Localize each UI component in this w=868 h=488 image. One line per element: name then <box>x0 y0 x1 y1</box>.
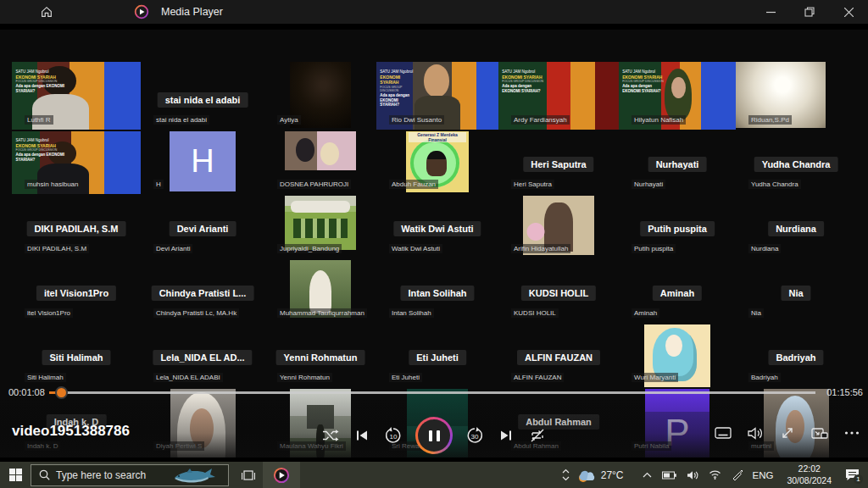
svg-text:10: 10 <box>390 433 398 441</box>
seek-track[interactable] <box>49 391 815 394</box>
utility-controls <box>714 424 861 442</box>
participant-big-name: Aminah <box>653 286 702 301</box>
taskbar-media-player-button[interactable] <box>263 462 300 488</box>
participant-label: Siti Halimah <box>25 373 66 382</box>
participant-label: DOSNEA PAHRUROJI <box>277 180 351 189</box>
scroll-up-icon <box>562 469 570 474</box>
mini-player-button[interactable] <box>810 424 829 442</box>
minimize-button[interactable] <box>751 0 790 24</box>
participant-label: ALFIN FAUZAN <box>511 373 564 382</box>
scroll-down-icon <box>562 476 570 481</box>
notification-button[interactable]: 1 <box>845 469 860 481</box>
previous-icon <box>354 428 370 443</box>
participant-tile: SATU JAM NgobrolEKONOMI SYARIAHFOCUS GRO… <box>376 62 498 130</box>
participant-label: Rio Dwi Susanto <box>389 115 444 125</box>
participant-big-name: itel Vision1Pro <box>36 286 116 301</box>
participant-tile: DIKI PADILAH, S.MDIKI PADILAH, S.M <box>12 196 141 258</box>
participant-big-name: ALFIN FAUZAN <box>517 350 600 365</box>
pen-icon[interactable] <box>732 469 743 480</box>
participant-tile: AminahAminah <box>619 260 736 323</box>
participant-tile: itel Vision1Proitel Vision1Pro <box>12 260 141 323</box>
participant-label: Nurdiana <box>748 244 781 253</box>
forward-30-button[interactable]: 30 <box>465 426 484 445</box>
more-options-button[interactable] <box>843 424 861 442</box>
participant-label: Devi Arianti <box>153 244 192 253</box>
hidden-icons-chevron-icon[interactable] <box>643 472 652 478</box>
taskbar-scroll-arrows[interactable] <box>557 469 576 481</box>
task-view-button[interactable] <box>234 462 263 488</box>
participant-label: Lela_NIDA EL ADABI <box>153 373 223 382</box>
date-label: 30/08/2024 <box>787 475 832 486</box>
banner-text: SATU JAM NgobrolEKONOMI SYARIAHFOCUS GRO… <box>380 69 414 108</box>
participant-big-name: Chindya Pratisti L... <box>152 286 254 301</box>
participant-tile: stai nida el adabistai nida el adabi <box>141 62 264 130</box>
restore-icon <box>804 7 815 17</box>
participant-label: DIKI PADILAH, S.M <box>25 244 89 253</box>
participant-label: Aminah <box>632 308 659 318</box>
participant-big-name: Nurdiana <box>768 221 824 236</box>
more-options-icon <box>844 430 860 435</box>
search-box[interactable]: Type here to search <box>31 464 229 486</box>
participant-tile: NiaNia <box>736 260 856 323</box>
temperature-label: 27°C <box>601 469 624 481</box>
pause-button[interactable] <box>415 417 453 454</box>
participant-label: Abduh Fauzan <box>389 180 438 189</box>
taskbar: Type here to search <box>0 462 868 488</box>
banner-text: SATU JAM NgobrolEKONOMI SYARIAHFOCUS GRO… <box>502 69 550 94</box>
participant-label: Badriyah <box>748 373 781 382</box>
repeat-off-button[interactable] <box>528 426 547 445</box>
participant-label: Hilyatun Nafisah <box>632 115 686 125</box>
participant-tile: SATU JAM NgobrolEKONOMI SYARIAHFOCUS GRO… <box>12 62 141 130</box>
close-button[interactable] <box>829 0 868 24</box>
banner-text: SATU JAM NgobrolEKONOMI SYARIAHFOCUS GRO… <box>622 69 669 94</box>
clock[interactable]: 22:02 30/08/2024 <box>787 463 832 485</box>
participant-tile: Watik Dwi AstutiWatik Dwi Astuti <box>376 196 498 258</box>
participant-tile: Arifin Hidayatullah <box>498 196 619 258</box>
captions-button[interactable] <box>714 424 732 442</box>
participant-tile: SATU JAM NgobrolEKONOMI SYARIAHFOCUS GRO… <box>12 131 141 194</box>
previous-button[interactable] <box>353 426 371 445</box>
participant-label: Aytiya <box>277 115 301 125</box>
battery-icon[interactable] <box>662 471 676 480</box>
participant-video: H <box>170 131 236 191</box>
windows-logo-icon <box>9 469 22 481</box>
participant-label: Chindya Pratisti Lc, MA.Hk <box>153 308 239 318</box>
close-icon <box>844 8 854 17</box>
language-indicator[interactable]: ENG <box>753 470 774 480</box>
participant-tile: KUDSI HOLILKUDSI HOLIL <box>498 260 619 323</box>
fullscreen-button[interactable] <box>778 424 797 442</box>
participant-tile: Jupriyaldi_Bandung <box>264 196 376 258</box>
home-button[interactable] <box>34 0 59 24</box>
minimize-icon <box>766 8 776 17</box>
weather-widget[interactable]: 27°C <box>576 467 624 484</box>
avatar-letter: H <box>170 131 236 191</box>
volume-button[interactable] <box>746 424 765 442</box>
profile-frame-text: Generasi Z Merdeka Finansial <box>409 132 466 142</box>
participant-label: Luthfi R <box>25 115 53 125</box>
restore-button[interactable] <box>790 0 829 24</box>
rewind-10-button[interactable]: 10 <box>384 426 403 445</box>
participant-tile: NurdianaNurdiana <box>736 196 856 258</box>
next-button[interactable] <box>497 426 515 445</box>
participant-video <box>285 131 356 170</box>
participant-tile: Yudha ChandraYudha Chandra <box>736 131 856 194</box>
total-duration: 01:15:56 <box>826 387 863 397</box>
participant-video <box>285 196 356 250</box>
system-tray: ENG 22:02 30/08/2024 1 <box>643 463 860 485</box>
participant-big-name: Heri Saputra <box>523 157 593 172</box>
wifi-icon[interactable] <box>709 470 721 480</box>
search-placeholder: Type here to search <box>56 469 146 481</box>
shuffle-button[interactable] <box>321 426 340 445</box>
speaker-icon[interactable] <box>687 470 698 480</box>
forward-30-icon: 30 <box>465 426 484 445</box>
notification-count-badge: 1 <box>854 474 863 484</box>
seek-handle[interactable] <box>55 386 68 399</box>
weather-icon <box>576 467 596 484</box>
start-button[interactable] <box>0 462 31 488</box>
participant-label: Arifin Hidayatullah <box>511 244 570 253</box>
participant-tile: Wuri Maryanti <box>619 324 736 387</box>
participant-label: Nia <box>748 308 764 318</box>
participant-big-name: Putih puspita <box>640 221 715 236</box>
participant-big-name: Intan Solihah <box>400 286 474 301</box>
participant-label: H <box>153 180 164 189</box>
